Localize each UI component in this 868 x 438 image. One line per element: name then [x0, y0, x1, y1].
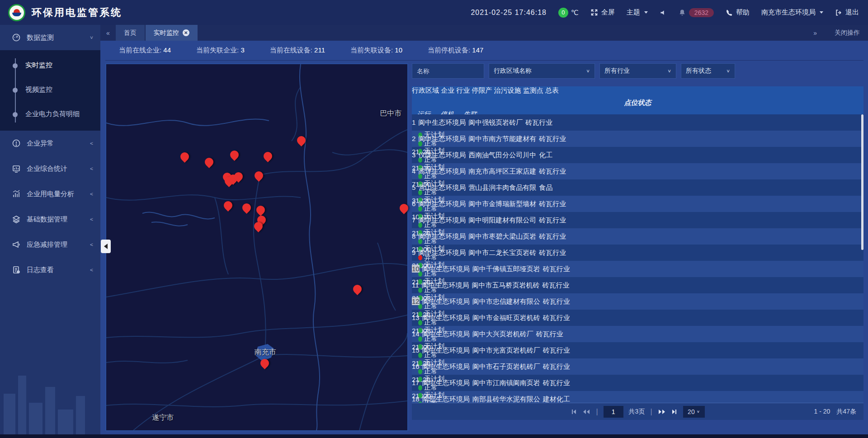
cell-region: 阆中生态环境局 — [415, 135, 466, 142]
table-row[interactable]: 8阆中生态环境局阆中市枣碧大梁山页岩砖瓦行业无计划异常21300 — [412, 228, 863, 245]
table-row[interactable]: 2阆中生态环境局阆中市南方节能建材有砖瓦行业无计划正常21030 — [412, 131, 863, 147]
column-header-facility: 治污设施 — [494, 86, 521, 94]
tabs-scroll-left-icon[interactable]: « — [100, 25, 116, 41]
cell-region: 阆中生态环境局 — [420, 346, 470, 354]
sidebar-item-emergency-reduction[interactable]: 应急减排管理 ˂ — [0, 232, 100, 257]
table-row[interactable]: 1阆中生态环境局阆中强锐页岩砖厂砖瓦行业无计划正常21120 — [412, 114, 863, 131]
cell-company: 阆中市二龙长宝页岩砖 — [466, 249, 536, 256]
table-row[interactable]: 12阆中生态环境局阆中市忠信建材有限公砖瓦行业无计划正常21003 — [412, 293, 863, 310]
cell-industry: 砖瓦行业 — [536, 249, 566, 256]
table-row[interactable]: 17阆中生态环境局阆中市江南镇阆南页岩砖瓦行业无计划正常21030 — [412, 375, 863, 391]
tab-close-icon[interactable]: ✕ — [183, 29, 189, 36]
logout-icon — [835, 9, 842, 16]
industry-select[interactable]: 所有行业 ∨ — [599, 63, 676, 79]
stat-item: 当前失联设备: 10 — [350, 46, 402, 55]
table-row[interactable]: 10阆中生态环境局阆中千佛镇五郎垭页岩砖瓦行业无计划正常21003 — [412, 261, 863, 277]
cell-region: 阆中生态环境局 — [420, 363, 470, 370]
page-number-input[interactable] — [604, 406, 623, 418]
sound-toggle[interactable] — [660, 9, 667, 16]
tab-bar: « 首页 实时监控 ✕ » 关闭操作 — [100, 25, 868, 41]
table-row[interactable]: 16阆中生态环境局阆中市石子页岩机砖厂砖瓦行业无计划正常21300 — [412, 358, 863, 375]
next-page-button[interactable] — [658, 409, 666, 415]
table-row[interactable]: 4高坪生态环境局南充市高坪区王家店建砖瓦行业无计划正常31220 — [412, 163, 863, 179]
chevron-down-icon: ∨ — [586, 68, 590, 73]
page-size-value: 20 — [688, 408, 695, 415]
table-row[interactable]: 11阆中生态环境局阆中市五马桥页岩机砖砖瓦行业无计划正常21120 — [412, 277, 863, 293]
table-row[interactable]: 13阆中生态环境局阆中市金福旺页岩机砖砖瓦行业无计划正常21300 — [412, 310, 863, 326]
table-row[interactable]: 7阆中生态环境局阆中明阳建材有限公司砖瓦行业无计划正常21300 — [412, 212, 863, 228]
cell-industry: 砖瓦行业 — [536, 167, 566, 175]
stats-window-icon — [12, 164, 21, 173]
cell-company: 阆中市枣碧大梁山页岩 — [466, 232, 536, 240]
sidebar-collapse-handle[interactable] — [101, 240, 111, 253]
sidebar-item-enterprise-abnormal[interactable]: 企业异常 ˂ — [0, 131, 100, 156]
cell-industry: 砖瓦行业 — [536, 200, 566, 207]
enterprise-table-panel: 行政区域名称 ∨ 所有行业 ∨ 所有状态 ∨ — [412, 63, 863, 420]
table-row[interactable]: 18南部生态环境局南部县砖华水泥有限公建材化工无计划正常60060 — [412, 391, 863, 403]
datetime-display: 2021-02-25 17:46:18 — [471, 9, 547, 17]
theme-dropdown[interactable]: 主题 — [627, 8, 648, 17]
table-row[interactable]: 9阆中生态环境局阆中市二龙长宝页岩砖砖瓦行业无计划正常21120 — [412, 245, 863, 261]
city-label: 巴中市 — [380, 109, 401, 118]
tab-realtime-monitoring[interactable]: 实时监控 ✕ — [146, 25, 198, 41]
page-size-select[interactable]: 20 ∨ — [683, 406, 705, 418]
table-row[interactable]: 5营山生态环境局营山县润丰肉食品有限食品无计划正常10010 — [412, 179, 863, 196]
table-scrollbar-thumb[interactable] — [861, 114, 863, 250]
cell-region: 阆中生态环境局 — [420, 379, 470, 386]
stat-item: 当前在线设备: 211 — [270, 46, 325, 55]
chevron-left-icon: ˂ — [90, 267, 93, 273]
prev-page-button[interactable] — [582, 409, 590, 415]
table-row[interactable]: 15阆中生态环境局阆中市光富页岩机砖厂砖瓦行业无计划正常21120 — [412, 342, 863, 358]
fullscreen-button[interactable]: 全屏 — [590, 8, 615, 17]
map-panel[interactable]: 巴中市南充市遂宁市 — [105, 63, 408, 431]
stat-item: 当前失联企业: 3 — [196, 46, 245, 55]
cell-rownum: 12 — [412, 297, 420, 305]
cell-company: 南充市高坪区王家店建 — [466, 167, 536, 175]
stat-item: 当前停机设备: 147 — [428, 46, 483, 55]
help-button[interactable]: 帮助 — [726, 8, 750, 17]
sidebar-subitem-power-load-detail[interactable]: 企业电力负荷明细 — [0, 102, 100, 126]
last-page-button[interactable] — [671, 409, 678, 415]
cell-industry: 砖瓦行业 — [540, 346, 570, 354]
sidebar-subitem-realtime-monitoring[interactable]: 实时监控 — [0, 53, 100, 77]
sidebar-item-label: 企业综合统计 — [27, 165, 90, 173]
sidebar-subitem-video-monitoring[interactable]: 视频监控 — [0, 77, 100, 102]
cell-company: 阆中市金博瑞新型墙材 — [466, 200, 536, 207]
cell-region: 阆中生态环境局 — [420, 314, 470, 321]
cell-rownum: 13 — [412, 314, 420, 321]
chevron-down-icon: ∨ — [697, 410, 700, 414]
tab-home[interactable]: 首页 — [116, 25, 145, 41]
cell-region: 阆中生态环境局 — [419, 281, 469, 289]
region-select[interactable]: 行政区域名称 ∨ — [489, 63, 595, 79]
notification-button[interactable]: 2632 — [679, 8, 714, 17]
log-document-icon — [12, 265, 21, 274]
first-page-button[interactable] — [571, 409, 577, 415]
table-row[interactable]: 6阆中生态环境局阆中市金博瑞新型墙材砖瓦行业无计划正常21120 — [412, 196, 863, 212]
org-dropdown[interactable]: 南充市生态环境局 — [761, 8, 823, 17]
logout-button[interactable]: 退出 — [835, 8, 859, 17]
bar-chart-icon — [12, 189, 21, 198]
table-row[interactable]: 14阆中生态环境局阆中大兴页岩机砖厂砖瓦行业无计划正常21120 — [412, 326, 863, 342]
sidebar-item-power-analysis[interactable]: 企业用电量分析 ˂ — [0, 181, 100, 207]
cell-rownum: 14 — [412, 330, 420, 338]
temperature-badge: 0 — [558, 8, 568, 18]
cell-region: 仪陇生态环境局 — [415, 151, 466, 159]
name-search-input[interactable] — [412, 63, 484, 79]
close-operations-button[interactable]: 关闭操作 — [835, 29, 860, 37]
cell-industry: 化工 — [536, 151, 552, 159]
status-select[interactable]: 所有状态 ∨ — [681, 63, 735, 79]
table-row[interactable]: 3仪陇生态环境局西南油气田分公司川中化工无计划正常71350 — [412, 147, 863, 163]
chevron-down-icon: ∨ — [667, 68, 671, 73]
city-label: 遂宁市 — [152, 413, 174, 422]
column-header-region: 行政区域 — [412, 86, 439, 94]
tab-label: 首页 — [124, 29, 137, 37]
sidebar-item-base-data[interactable]: 基础数据管理 ˂ — [0, 207, 100, 232]
cell-region: 阆中生态环境局 — [415, 216, 466, 224]
sidebar-item-data-monitoring[interactable]: 数据监测 ˅ — [0, 25, 100, 50]
tabs-scroll-right-icon[interactable]: » — [807, 29, 823, 37]
temperature-unit: ℃ — [571, 9, 579, 17]
sidebar-item-log-view[interactable]: 日志查看 ˂ — [0, 257, 100, 283]
cell-rownum: 18 — [412, 395, 420, 403]
phone-icon — [726, 9, 733, 16]
sidebar-item-enterprise-statistics[interactable]: 企业综合统计 ˂ — [0, 156, 100, 181]
